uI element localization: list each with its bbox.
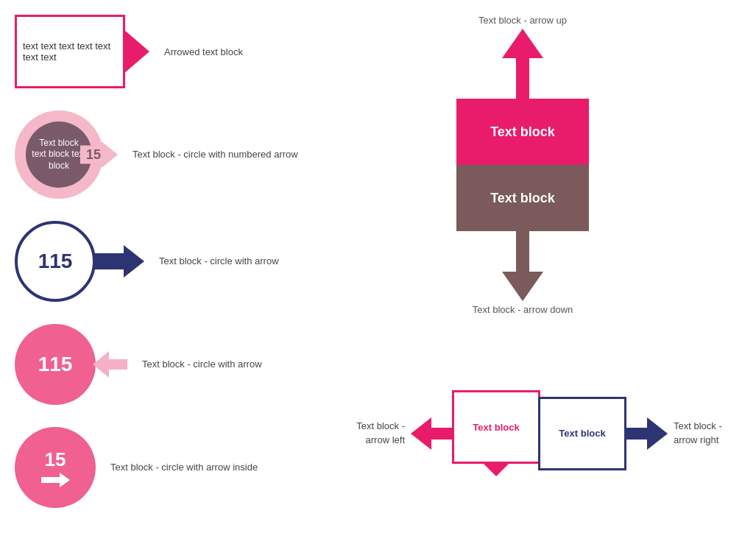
navy-box: Text block (538, 397, 626, 470)
circle-inside-label: Text block - circle with arrow inside (110, 460, 258, 475)
arrow-navy (94, 245, 144, 278)
pink-box-bottom-arrow (481, 462, 511, 476)
arrow-down-label: Text block - arrow down (473, 304, 573, 315)
circle-inner-text: Text block text block text block (32, 138, 86, 172)
arrow-right-navy (625, 417, 668, 450)
circle-pink-label: Text block - circle with arrow (142, 357, 262, 372)
arrow-down-head (502, 272, 543, 301)
circle-navy: 115 (15, 221, 96, 302)
pink-box: Text block (452, 390, 540, 464)
ci-arrow-body (41, 477, 60, 483)
arrow-pink-head-left (93, 351, 109, 378)
circle-number-badge: 15 (80, 146, 107, 164)
circle-inside-arrow (41, 473, 70, 487)
circle-navy-label: Text block - circle with arrow (159, 254, 279, 269)
arrow-down-body (516, 231, 529, 272)
arrowed-chevron (124, 29, 149, 74)
navy-box-wrap: Text block (540, 397, 626, 470)
arn-head (647, 417, 668, 450)
arrowed-rect: text text text text text text text (15, 15, 125, 88)
arrow-left-pink (411, 417, 453, 450)
arrow-up-shape (502, 29, 543, 99)
circle-pink-number: 115 (38, 353, 73, 376)
arrowed-rect-text: text text text text text text text (23, 40, 117, 63)
circle-inside-wrap: 15 Text block - circle with arrow inside (15, 427, 331, 508)
arrow-up-head (502, 29, 543, 58)
left-column: text text text text text text text Arrow… (15, 15, 331, 530)
circle-pink-wrap: 115 Text block - circle with arrow (15, 324, 331, 405)
alp-body (431, 428, 453, 440)
circle-numbered-label: Text block - circle with numbered arrow (133, 147, 298, 162)
right-top-section: Text block - arrow up Text block Text bl… (456, 15, 589, 315)
pink-box-wrap: Text block (452, 390, 540, 476)
arn-body (625, 428, 647, 440)
right-bottom-section: Text block - arrow left Text block Text … (346, 390, 732, 476)
circle-numbered-wrap: Text block text block text block 15 Text… (15, 110, 331, 199)
arrow-left-label: Text block - arrow left (346, 420, 405, 446)
circle-navy-number: 115 (38, 250, 73, 273)
alp-head (411, 417, 431, 450)
circle-inside-num: 15 (45, 448, 66, 471)
arrow-pink-body-sm (109, 359, 127, 370)
arrowed-block-label: Arrowed text block (164, 46, 243, 57)
circle-navy-wrap: 115 Text block - circle with arrow (15, 221, 331, 302)
arrow-right-label: Text block - arrow right (674, 420, 732, 446)
arrow-navy-head (124, 245, 144, 278)
red-block: Text block (456, 99, 589, 165)
arrow-pink-left (93, 351, 127, 378)
arrow-navy-body (94, 253, 124, 269)
circle-pink: 115 (15, 324, 96, 405)
arrowed-block-wrap: text text text text text text text Arrow… (15, 15, 331, 88)
arrow-down-shape (502, 231, 543, 301)
arrow-up-label: Text block - arrow up (478, 15, 567, 26)
arrow-up-body (516, 58, 529, 99)
brown-block: Text block (456, 165, 589, 231)
circle-outer-pink: Text block text block text block 15 (15, 110, 103, 199)
circle-inside: 15 (15, 427, 96, 508)
ci-arrow-head (60, 473, 70, 487)
arrowed-block: text text text text text text text (15, 15, 149, 88)
